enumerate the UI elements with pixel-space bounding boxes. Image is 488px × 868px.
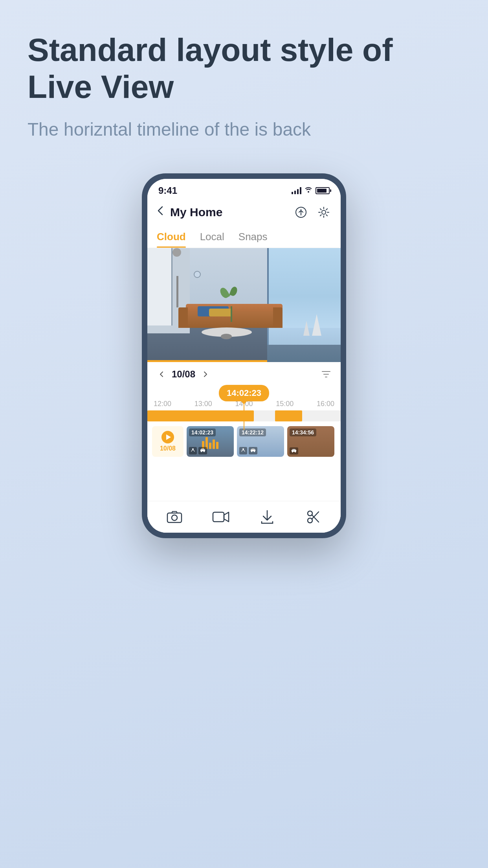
camera-progress-bar	[147, 360, 267, 362]
spacer-section	[147, 462, 341, 501]
timeline-prev-button[interactable]	[155, 368, 168, 381]
nav-actions	[294, 205, 331, 220]
timeline-scrubber[interactable]: 14:02:23 12:00 13:00 14:00 15:00 16:00	[147, 385, 341, 421]
svg-point-5	[201, 451, 202, 452]
back-button[interactable]	[157, 205, 164, 219]
svg-rect-4	[201, 449, 204, 450]
thumb-icons-3	[290, 447, 298, 454]
thumb-time-3: 14:34:56	[290, 428, 316, 436]
thumb-icons-2	[239, 447, 257, 454]
download-icon	[259, 508, 276, 526]
timeline-label-1: 13:00	[194, 400, 212, 408]
orange-cushion	[209, 309, 232, 316]
timeline-track[interactable]	[147, 410, 341, 421]
svg-point-2	[192, 448, 194, 450]
timeline-segment-2	[275, 410, 302, 421]
robot-vacuum	[221, 334, 232, 339]
timeline-date: 10/08	[172, 369, 195, 380]
thumb-icons-1	[189, 447, 207, 454]
thumb-person-icon-2	[239, 447, 247, 454]
svg-rect-9	[251, 449, 255, 450]
timeline-header: 10/08	[147, 362, 341, 385]
camera-icon	[166, 508, 183, 526]
thumb-person-icon	[189, 447, 197, 454]
timeline-label-0: 12:00	[154, 400, 171, 408]
tab-snaps[interactable]: Snaps	[238, 225, 268, 248]
signal-icon	[292, 187, 301, 194]
sofa-arm-left	[178, 307, 188, 328]
lamp-head	[172, 248, 181, 257]
headline-subtitle: The horizntal timeline of the is back	[28, 117, 460, 142]
timeline-label-4: 16:00	[317, 400, 334, 408]
plant-stalk	[231, 306, 232, 322]
room-door	[147, 248, 172, 326]
thumb-card-3[interactable]: 14:34:56	[287, 426, 334, 457]
lamp-pole	[176, 276, 178, 307]
bottom-nav	[147, 501, 341, 533]
status-time: 9:41	[158, 185, 177, 196]
svg-rect-16	[167, 513, 182, 522]
decor-cone2	[303, 321, 310, 336]
status-icons	[292, 186, 330, 195]
headline-section: Standard layout style of Live View The h…	[0, 0, 488, 158]
bottom-nav-scissors[interactable]	[298, 508, 329, 526]
room-scene	[147, 248, 341, 362]
thumb-card-2[interactable]: 14:22:12	[237, 426, 284, 457]
tabs-bar: Cloud Local Snaps	[147, 225, 341, 248]
battery-icon	[316, 187, 330, 194]
svg-point-7	[242, 448, 244, 450]
decor-cone1	[312, 314, 321, 336]
camera-view	[147, 248, 341, 362]
thumb-card-1[interactable]: 14:02:23	[187, 426, 234, 457]
settings-button[interactable]	[316, 205, 331, 220]
scissors-icon	[305, 508, 322, 526]
video-icon	[212, 508, 229, 526]
nav-title: My Home	[170, 206, 294, 219]
thumb-date-block[interactable]: 10/08	[152, 426, 183, 457]
svg-point-15	[295, 451, 296, 452]
timeline-segment-1	[147, 410, 254, 421]
svg-point-1	[322, 210, 326, 214]
bottom-nav-download[interactable]	[251, 508, 283, 526]
thumb-car-icon	[198, 447, 207, 454]
timeline-next-button[interactable]	[199, 368, 212, 381]
tab-cloud[interactable]: Cloud	[157, 225, 186, 248]
share-button[interactable]	[294, 205, 308, 220]
sofa-arm-right	[273, 307, 283, 328]
phone-container: 9:41	[0, 173, 488, 538]
thumb-car-icon-3	[290, 447, 298, 454]
bottom-nav-camera[interactable]	[159, 508, 190, 526]
thumb-time-1: 14:02:23	[189, 428, 216, 436]
camera-mount	[194, 271, 201, 278]
thumb-date-label: 10/08	[160, 445, 176, 452]
tab-local[interactable]: Local	[200, 225, 224, 248]
bottom-nav-video[interactable]	[205, 508, 237, 526]
timeline-label-3: 15:00	[276, 400, 294, 408]
thumb-car-icon-2	[249, 447, 257, 454]
svg-rect-13	[292, 449, 295, 451]
phone-frame: 9:41	[142, 173, 346, 538]
timeline-filter-button[interactable]	[319, 368, 333, 381]
headline-title: Standard layout style of Live View	[28, 31, 460, 106]
wifi-icon	[305, 186, 312, 195]
timeline-timestamp: 14:02:23	[219, 385, 269, 401]
nav-bar: My Home	[147, 199, 341, 225]
status-bar: 9:41	[147, 179, 341, 199]
svg-point-10	[251, 451, 252, 452]
thumb-play-icon	[161, 431, 174, 443]
svg-point-6	[204, 451, 205, 452]
svg-point-14	[292, 451, 293, 452]
phone-screen: 9:41	[147, 179, 341, 533]
timeline-needle	[244, 403, 244, 430]
timeline-section: 10/08 14:02:23 12:00	[147, 362, 341, 533]
svg-point-17	[172, 515, 177, 520]
svg-rect-18	[213, 512, 224, 522]
svg-point-11	[254, 451, 255, 452]
